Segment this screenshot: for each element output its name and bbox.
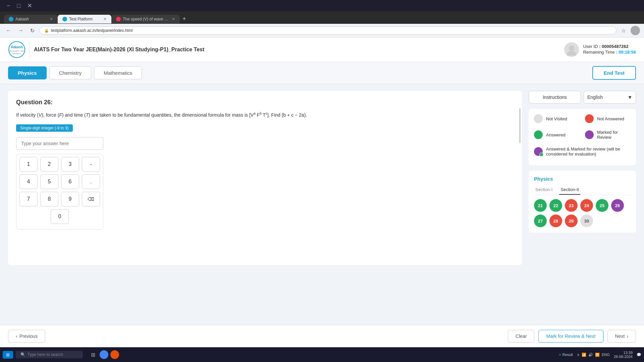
numpad-btn-minus[interactable]: - [82,157,100,172]
q-btn-26[interactable]: 26 [611,199,624,212]
window-minimize-btn[interactable]: − [4,2,13,9]
language-label: English [587,95,603,100]
logo-divider [30,41,30,58]
svg-point-5 [567,51,576,56]
numpad-btn-9[interactable]: 9 [61,192,79,206]
tab-close-aakash[interactable]: ✕ [50,17,53,21]
legend-answered-marked: Answered & Marked for review (will be co… [534,146,631,157]
user-id-row: User ID : 00005487262 [583,44,636,49]
legend-panel: Not Visited Not Answered Answered Marked… [529,109,636,165]
q-btn-25[interactable]: 25 [596,199,608,212]
tab-close-tiktok[interactable]: ✕ [172,17,175,21]
tab-label-tiktok: The speed (V) of wave on surfa... [123,17,170,21]
legend-answered: Answered [534,130,580,140]
q-btn-23[interactable]: 23 [565,199,578,212]
profile-icon[interactable] [631,26,640,35]
numpad-btn-1[interactable]: 1 [19,157,38,172]
not-answered-label: Not Answered [597,116,624,121]
numpad-btn-dot[interactable]: . [82,174,100,189]
remaining-label: Remaining Time [583,50,614,55]
chevron-down-icon: ▼ [628,95,632,100]
question-type-badge: Single-digit integer (-9 to 9) [16,124,73,132]
answered-dot [534,130,543,139]
user-id-label: User ID [583,44,598,49]
browser-refresh-btn[interactable]: ↻ [28,27,37,35]
browser-tab-aakash[interactable]: Aakash ✕ [4,15,58,23]
end-test-button[interactable]: End Test [592,66,636,80]
question-grid: 21 22 23 24 25 26 27 28 29 30 [534,199,631,227]
instructions-btn[interactable]: Instructions [529,91,581,104]
browser-tab-tiktok[interactable]: The speed (V) of wave on surfa... ✕ [111,15,180,23]
remaining-time-row: Remaining Time : 00:18:56 [583,50,636,55]
numpad-btn-2[interactable]: 2 [40,157,58,172]
not-answered-dot [585,114,594,123]
svg-point-0 [9,42,25,58]
window-maximize-btn[interactable]: □ [14,2,23,9]
aakash-logo: Aakash Medical|IIT-JEE Foundations [8,41,25,58]
question-panel: Question 26: If velocity (V), force (F) … [8,91,522,265]
marked-review-dot [585,130,594,139]
window-close-btn[interactable]: ✕ [24,2,35,9]
numpad-btn-3[interactable]: 3 [61,157,79,172]
bookmark-btn[interactable]: ☆ [619,27,628,35]
tab-physics[interactable]: Physics [8,66,47,79]
marked-review-label: Marked for Review [597,130,631,140]
tab-close-testplatform[interactable]: ✕ [103,17,107,21]
numpad-btn-4[interactable]: 4 [19,174,38,189]
browser-back-btn[interactable]: ← [4,27,13,34]
answered-marked-label: Answered & Marked for review (will be co… [546,146,631,157]
numpad-btn-0[interactable]: 0 [51,209,69,224]
svg-text:Foundations: Foundations [12,53,21,55]
svg-text:Aakash: Aakash [11,45,23,49]
numpad-btn-backspace[interactable]: ⌫ [82,192,100,206]
section-title: Physics [534,176,631,182]
question-grid-panel: Physics Section-I Section-II 21 22 23 24… [529,171,636,233]
question-number: Question 26: [16,99,514,106]
section-ii-tab[interactable]: Section-II [559,185,580,195]
q-btn-21[interactable]: 21 [534,199,547,212]
legend-not-answered: Not Answered [585,114,631,123]
browser-tab-testplatform[interactable]: Test Platform ✕ [58,15,111,23]
user-id-value: : 00005487262 [599,44,628,49]
tab-label-aakash: Aakash [15,17,29,21]
numpad-btn-7[interactable]: 7 [19,192,38,206]
language-selector[interactable]: English ▼ [584,91,636,104]
q-btn-24[interactable]: 24 [580,199,593,212]
q-btn-29[interactable]: 29 [565,215,578,227]
tab-favicon-aakash [9,17,13,21]
tab-chemistry[interactable]: Chemistry [49,66,92,79]
q-btn-22[interactable]: 22 [549,199,562,212]
svg-point-4 [569,46,574,51]
numpad-btn-5[interactable]: 5 [40,174,58,189]
right-panel: Instructions English ▼ Not Visited Not A… [529,91,636,265]
q-btn-28[interactable]: 28 [549,215,562,227]
tab-label-testplatform: Test Platform [69,17,93,21]
numpad-btn-8[interactable]: 8 [40,192,58,206]
tab-favicon-testplatform [62,17,67,21]
browser-forward-btn[interactable]: → [16,27,25,34]
not-visited-label: Not Visited [546,116,567,121]
numpad-btn-6[interactable]: 6 [61,174,79,189]
q-btn-30[interactable]: 30 [580,215,593,227]
svg-text:Medical|IIT-JEE: Medical|IIT-JEE [10,50,24,52]
answered-label: Answered [546,132,566,137]
q-btn-27[interactable]: 27 [534,215,547,227]
numpad: 1 2 3 - 4 5 6 . 7 8 9 ⌫ 0 [16,154,103,230]
answered-marked-dot [534,147,543,156]
tab-favicon-tiktok [116,17,121,21]
address-bar-url[interactable]: testplatform.aakash.ac.in/testpanel/inde… [51,28,611,33]
ssl-lock-icon: 🔒 [44,28,49,33]
exam-title: AIATS For Two Year JEE(Main)-2026 (XI St… [34,47,204,53]
tab-mathematics[interactable]: Mathematics [94,66,142,79]
answer-input[interactable] [16,137,103,150]
new-tab-btn[interactable]: + [180,14,189,24]
question-text: If velocity (V), force (F) and time (T) … [16,111,514,119]
not-visited-dot [534,114,543,123]
legend-not-visited: Not Visited [534,114,580,123]
section-i-tab[interactable]: Section-I [534,185,554,195]
legend-marked-review: Marked for Review [585,130,631,140]
user-avatar [564,42,579,57]
